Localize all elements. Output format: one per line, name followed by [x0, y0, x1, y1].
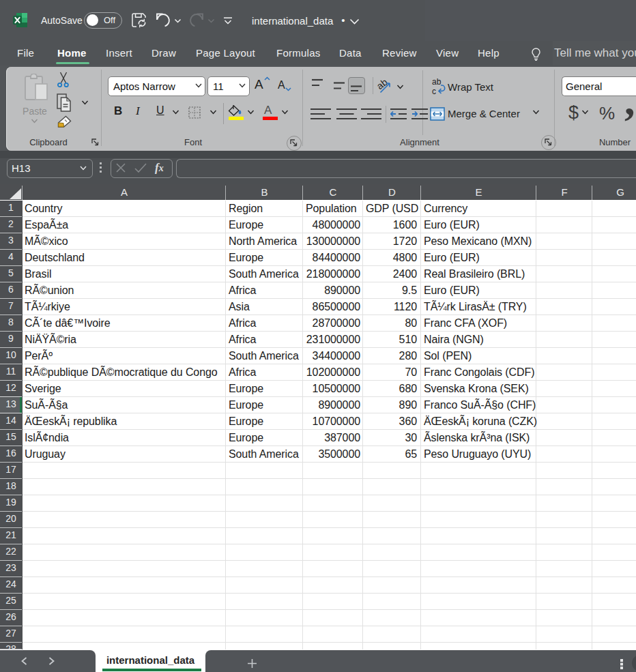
svg-text:ab: ab — [432, 77, 442, 87]
svg-text:c: c — [432, 87, 436, 96]
